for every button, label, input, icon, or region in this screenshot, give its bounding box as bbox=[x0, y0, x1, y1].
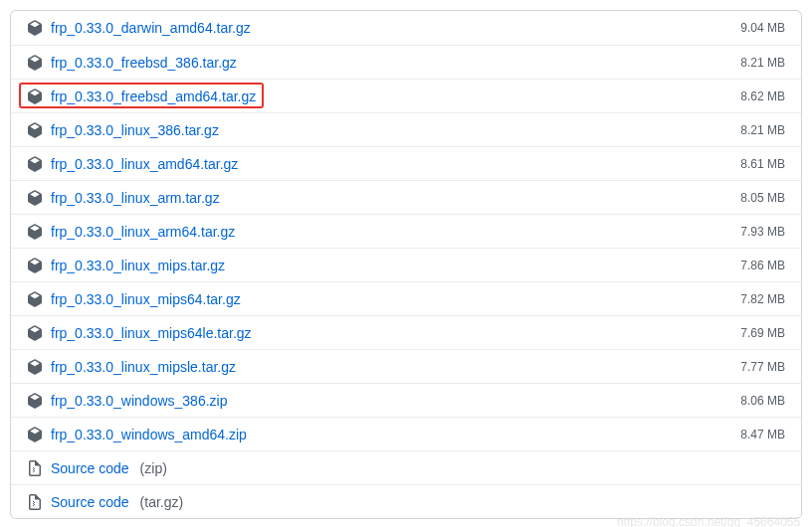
asset-row: frp_0.33.0_linux_386.tar.gz8.21 MB bbox=[11, 112, 801, 146]
asset-size: 9.04 MB bbox=[740, 21, 785, 35]
asset-row: frp_0.33.0_freebsd_386.tar.gz8.21 MB bbox=[11, 45, 801, 79]
package-icon bbox=[27, 190, 43, 206]
asset-row: frp_0.33.0_linux_mips.tar.gz7.86 MB bbox=[11, 248, 801, 281]
asset-row: Source code(zip) bbox=[11, 450, 801, 484]
package-icon bbox=[27, 393, 43, 409]
asset-size: 7.82 MB bbox=[740, 292, 785, 306]
asset-row: frp_0.33.0_linux_arm.tar.gz8.05 MB bbox=[11, 180, 801, 214]
asset-row: frp_0.33.0_windows_amd64.zip8.47 MB bbox=[11, 417, 801, 450]
watermark-text: https://blog.csdn.net/qq_45664055 bbox=[617, 515, 800, 527]
asset-size: 7.69 MB bbox=[740, 326, 785, 340]
asset-size: 7.93 MB bbox=[740, 225, 785, 239]
asset-download-link[interactable]: frp_0.33.0_linux_mipsle.tar.gz bbox=[51, 359, 236, 375]
package-icon bbox=[27, 325, 43, 341]
package-icon bbox=[27, 55, 43, 71]
asset-download-link[interactable]: frp_0.33.0_linux_mips64.tar.gz bbox=[51, 291, 241, 307]
file-zip-icon bbox=[27, 460, 43, 476]
asset-download-link[interactable]: frp_0.33.0_linux_arm.tar.gz bbox=[51, 190, 220, 206]
asset-download-link[interactable]: frp_0.33.0_windows_386.zip bbox=[51, 393, 227, 409]
asset-row: Source code(tar.gz) bbox=[11, 484, 801, 518]
asset-row: frp_0.33.0_linux_mips64.tar.gz7.82 MB bbox=[11, 281, 801, 315]
asset-download-link[interactable]: frp_0.33.0_linux_mips.tar.gz bbox=[51, 258, 225, 273]
asset-download-link[interactable]: frp_0.33.0_linux_amd64.tar.gz bbox=[51, 156, 238, 172]
asset-row: frp_0.33.0_linux_mipsle.tar.gz7.77 MB bbox=[11, 349, 801, 383]
asset-size: 7.77 MB bbox=[740, 360, 785, 374]
asset-download-link[interactable]: Source code bbox=[51, 494, 129, 510]
asset-row: frp_0.33.0_linux_amd64.tar.gz8.61 MB bbox=[11, 146, 801, 180]
asset-size: 8.21 MB bbox=[740, 56, 785, 70]
asset-format-label: (zip) bbox=[140, 460, 167, 476]
asset-download-link[interactable]: Source code bbox=[51, 460, 129, 476]
asset-size: 8.62 MB bbox=[740, 89, 785, 103]
asset-download-link[interactable]: frp_0.33.0_linux_mips64le.tar.gz bbox=[51, 325, 252, 341]
asset-download-link[interactable]: frp_0.33.0_freebsd_386.tar.gz bbox=[51, 55, 237, 71]
package-icon bbox=[27, 427, 43, 442]
asset-download-link[interactable]: frp_0.33.0_windows_amd64.zip bbox=[51, 427, 247, 442]
asset-row: frp_0.33.0_freebsd_amd64.tar.gz8.62 MB bbox=[11, 79, 801, 112]
asset-size: 8.61 MB bbox=[740, 157, 785, 171]
asset-size: 8.47 MB bbox=[740, 428, 785, 441]
release-assets-list: frp_0.33.0_darwin_amd64.tar.gz9.04 MBfrp… bbox=[10, 10, 802, 519]
asset-format-label: (tar.gz) bbox=[140, 494, 184, 510]
asset-size: 8.06 MB bbox=[740, 394, 785, 408]
asset-size: 8.05 MB bbox=[740, 191, 785, 205]
package-icon bbox=[27, 156, 43, 172]
asset-download-link[interactable]: frp_0.33.0_darwin_amd64.tar.gz bbox=[51, 20, 251, 36]
asset-row: frp_0.33.0_darwin_amd64.tar.gz9.04 MB bbox=[11, 11, 801, 45]
package-icon bbox=[27, 258, 43, 273]
asset-row: frp_0.33.0_linux_mips64le.tar.gz7.69 MB bbox=[11, 315, 801, 349]
asset-download-link[interactable]: frp_0.33.0_linux_386.tar.gz bbox=[51, 122, 219, 138]
package-icon bbox=[27, 122, 43, 138]
asset-download-link[interactable]: frp_0.33.0_linux_arm64.tar.gz bbox=[51, 224, 235, 240]
package-icon bbox=[27, 291, 43, 307]
asset-size: 7.86 MB bbox=[740, 259, 785, 272]
package-icon bbox=[27, 88, 43, 104]
asset-row: frp_0.33.0_windows_386.zip8.06 MB bbox=[11, 383, 801, 417]
file-zip-icon bbox=[27, 494, 43, 510]
asset-row: frp_0.33.0_linux_arm64.tar.gz7.93 MB bbox=[11, 214, 801, 248]
asset-download-link[interactable]: frp_0.33.0_freebsd_amd64.tar.gz bbox=[51, 88, 256, 104]
package-icon bbox=[27, 359, 43, 375]
package-icon bbox=[27, 224, 43, 240]
asset-size: 8.21 MB bbox=[740, 123, 785, 137]
package-icon bbox=[27, 20, 43, 36]
